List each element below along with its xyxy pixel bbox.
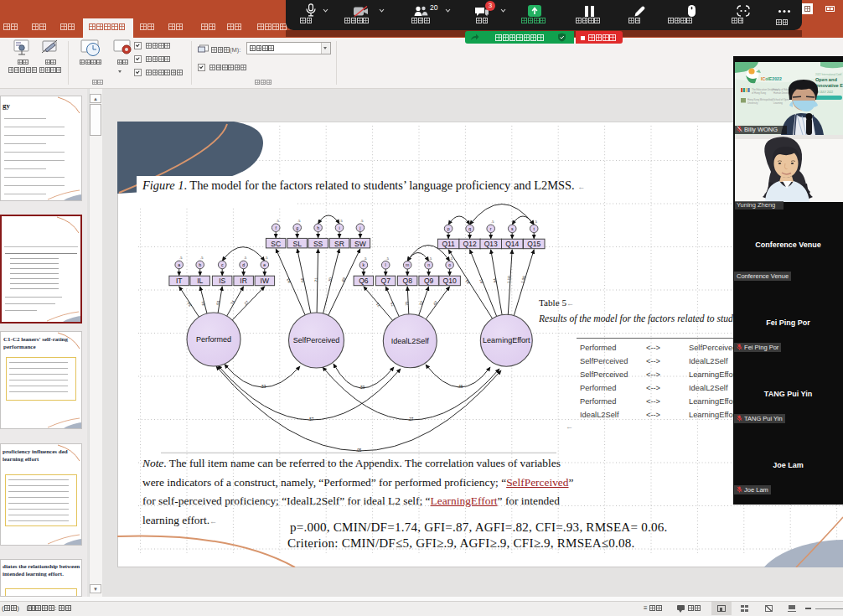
svg-text:r: r — [490, 226, 492, 231]
svg-text:Q14: Q14 — [505, 240, 519, 248]
svg-text:.5: .5 — [360, 219, 364, 223]
svg-text:of Hong Kong: of Hong Kong — [752, 91, 767, 95]
svg-text:c: c — [221, 262, 224, 267]
svg-text:.05: .05 — [356, 448, 362, 453]
svg-text:.5: .5 — [364, 256, 367, 261]
svg-text:.53: .53 — [215, 300, 220, 307]
svg-text:h: h — [317, 225, 319, 230]
svg-text:s: s — [511, 226, 514, 231]
svg-text:Q9: Q9 — [424, 277, 434, 285]
svg-text:Q10: Q10 — [443, 277, 457, 285]
svg-text:.5: .5 — [535, 220, 538, 224]
svg-text:p: p — [447, 226, 450, 231]
svg-text:Q6: Q6 — [359, 277, 369, 285]
svg-text:.75: .75 — [390, 301, 396, 308]
svg-text:.27: .27 — [408, 417, 414, 422]
svg-text:SL: SL — [292, 240, 302, 248]
svg-text:ICoIE2022: ICoIE2022 — [761, 76, 782, 81]
svg-text:Open and: Open and — [815, 77, 837, 82]
svg-text:Q15: Q15 — [527, 240, 540, 248]
svg-text:.5: .5 — [277, 219, 280, 223]
svg-text:d: d — [242, 262, 245, 267]
svg-text:.56: .56 — [186, 301, 193, 308]
svg-text:i: i — [339, 225, 339, 230]
svg-text:University: University — [747, 101, 758, 105]
svg-text:.42: .42 — [432, 300, 438, 307]
svg-text:Q11: Q11 — [442, 240, 455, 248]
svg-text:.5: .5 — [429, 256, 432, 261]
svg-text:SelfPerceived: SelfPerceived — [293, 336, 340, 344]
svg-text:.63: .63 — [286, 277, 292, 284]
svg-text:.59: .59 — [359, 386, 365, 390]
svg-text:LearningEffort: LearningEffort — [483, 336, 530, 344]
svg-text:.70: .70 — [405, 301, 409, 307]
svg-text:.5: .5 — [200, 256, 204, 260]
svg-text:n: n — [427, 262, 430, 267]
svg-text:Q7: Q7 — [381, 277, 391, 285]
svg-text:.57: .57 — [308, 417, 314, 422]
svg-text:IW: IW — [261, 277, 269, 285]
svg-text:2022 International Conf: 2022 International Conf — [815, 73, 841, 76]
svg-text:Learning: Learning — [773, 101, 783, 105]
svg-text:.46: .46 — [458, 385, 463, 389]
svg-text:k: k — [363, 262, 365, 267]
svg-text:.27: .27 — [243, 299, 250, 306]
svg-text:.64: .64 — [493, 277, 498, 284]
svg-text:q: q — [468, 226, 471, 231]
svg-text:e: e — [263, 262, 266, 267]
svg-text:l: l — [385, 262, 386, 267]
svg-text:g: g — [296, 225, 298, 230]
svg-text:Q13: Q13 — [484, 240, 498, 248]
svg-text:.81: .81 — [478, 278, 484, 285]
svg-text:SC: SC — [271, 240, 281, 248]
svg-text:.5: .5 — [491, 220, 494, 224]
svg-text:Innovative Ed: Innovative Ed — [815, 83, 843, 88]
svg-text:.69: .69 — [340, 277, 346, 283]
svg-text:.5: .5 — [179, 256, 183, 260]
svg-text:.74: .74 — [230, 299, 236, 306]
svg-text:.5: .5 — [386, 256, 390, 261]
svg-text:SW: SW — [354, 240, 366, 248]
svg-text:m: m — [406, 262, 409, 267]
svg-text:IS: IS — [219, 277, 225, 285]
svg-text:.5: .5 — [297, 219, 301, 223]
svg-text:.5: .5 — [339, 219, 343, 223]
svg-text:.53: .53 — [261, 385, 266, 389]
svg-text:.71: .71 — [375, 302, 382, 308]
svg-text:o: o — [448, 262, 451, 267]
svg-text:IdealL2Self: IdealL2Self — [391, 337, 430, 345]
svg-text:SS: SS — [313, 240, 323, 248]
svg-text:1.10: 1.10 — [507, 276, 512, 284]
svg-text:IL: IL — [197, 277, 203, 285]
svg-text:SR: SR — [334, 240, 344, 248]
svg-text:.71: .71 — [314, 277, 318, 283]
svg-text:.5: .5 — [244, 256, 247, 260]
svg-text:IT: IT — [176, 277, 183, 285]
svg-text:Q8: Q8 — [403, 277, 413, 285]
svg-text:a: a — [178, 262, 180, 267]
svg-text:Q12: Q12 — [463, 240, 477, 248]
svg-text:Performed: Performed — [196, 335, 231, 344]
svg-text:.61: .61 — [200, 300, 206, 307]
svg-text:.5: .5 — [265, 256, 268, 260]
svg-text:IR: IR — [240, 277, 247, 285]
svg-text:j: j — [359, 225, 360, 230]
svg-text:6-8 JULY 2022: 6-8 JULY 2022 — [815, 91, 833, 94]
svg-text:b: b — [199, 262, 201, 267]
svg-text:.66: .66 — [300, 277, 305, 284]
